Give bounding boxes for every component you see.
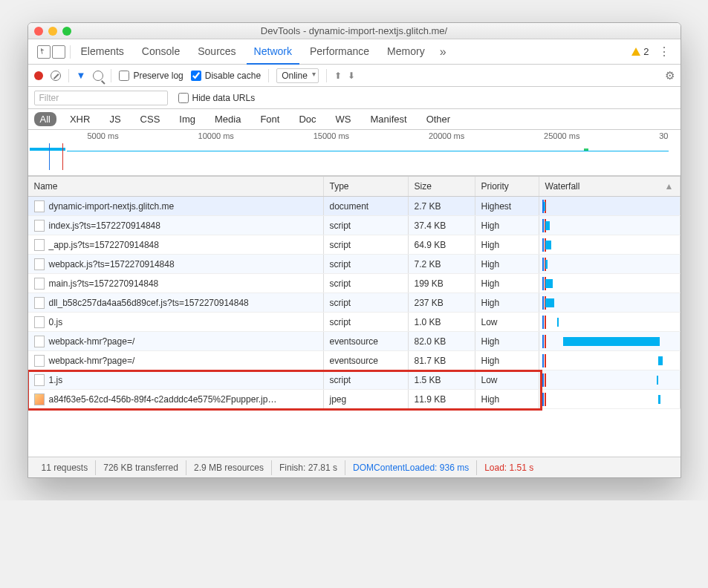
type-img[interactable]: Img [173, 112, 201, 126]
status-resources: 2.9 MB resources [186, 460, 272, 475]
tab-memory[interactable]: Memory [380, 39, 432, 65]
download-icon[interactable]: ⬇ [348, 71, 354, 81]
status-finish: Finish: 27.81 s [272, 460, 345, 475]
file-icon [34, 220, 45, 232]
type-media[interactable]: Media [209, 112, 247, 126]
cell-name: _app.js?ts=1572270914848 [28, 235, 324, 254]
col-priority[interactable]: Priority [475, 177, 539, 196]
panel-tabs: Elements Console Sources Network Perform… [28, 39, 681, 65]
search-icon[interactable] [93, 71, 103, 81]
status-bar: 11 requests 726 KB transferred 2.9 MB re… [28, 457, 681, 477]
tab-elements[interactable]: Elements [74, 39, 131, 65]
cell-waterfall [539, 274, 681, 293]
cell-waterfall [539, 332, 681, 350]
throttling-select[interactable]: Online [276, 68, 319, 83]
type-xhr[interactable]: XHR [64, 112, 96, 126]
record-icon[interactable] [34, 71, 43, 80]
type-css[interactable]: CSS [134, 112, 166, 126]
clear-icon[interactable] [51, 71, 61, 81]
table-body: dynamic-import-nextjs.glitch.medocument2… [28, 197, 681, 457]
tab-sources[interactable]: Sources [190, 39, 243, 65]
cell-name: 1.js [28, 370, 324, 389]
type-all[interactable]: All [34, 112, 56, 126]
col-waterfall[interactable]: Waterfall▲ [539, 177, 681, 196]
cell-type: script [324, 235, 409, 254]
filter-row: Filter Hide data URLs [28, 87, 681, 109]
warnings-badge[interactable]: 2 [631, 46, 649, 57]
file-icon [34, 316, 45, 328]
cell-size: 11.9 KB [409, 390, 475, 408]
table-row[interactable]: a84f63e5-62cd-456b-89f4-c2adddc4e575%2Fp… [28, 390, 681, 409]
table-row[interactable]: webpack-hmr?page=/eventsource81.7 KBHigh [28, 351, 681, 370]
table-row[interactable]: _app.js?ts=1572270914848script64.9 KBHig… [28, 235, 681, 255]
cell-type: script [324, 293, 409, 312]
table-row[interactable]: main.js?ts=1572270914848script199 KBHigh [28, 274, 681, 293]
inspect-element-icon[interactable] [37, 45, 51, 59]
gear-icon[interactable]: ⚙ [665, 69, 675, 82]
type-font[interactable]: Font [254, 112, 285, 126]
cell-name: dynamic-import-nextjs.glitch.me [28, 197, 324, 215]
tick: 25000 ms [544, 131, 579, 140]
tab-network[interactable]: Network [247, 39, 299, 65]
cell-priority: High [475, 255, 539, 273]
cell-waterfall [539, 235, 681, 254]
upload-icon[interactable]: ⬆ [334, 71, 340, 81]
cell-name: webpack-hmr?page=/ [28, 332, 324, 350]
table-row[interactable]: 1.jsscript1.5 KBLow [28, 370, 681, 390]
file-icon [34, 374, 45, 386]
status-requests: 11 requests [34, 460, 97, 475]
kebab-menu-icon[interactable]: ⋮ [652, 45, 676, 59]
col-name[interactable]: Name [28, 177, 324, 196]
cell-size: 237 KB [409, 293, 475, 312]
hide-data-urls-checkbox[interactable]: Hide data URLs [178, 93, 256, 103]
cell-name: a84f63e5-62cd-456b-89f4-c2adddc4e575%2Fp… [28, 390, 324, 408]
device-toolbar-icon[interactable] [52, 45, 65, 59]
cell-priority: High [475, 332, 539, 350]
table-row[interactable]: index.js?ts=1572270914848script37.4 KBHi… [28, 216, 681, 235]
filter-input[interactable]: Filter [34, 91, 168, 105]
file-icon [34, 239, 45, 251]
disable-cache-checkbox[interactable]: Disable cache [191, 71, 261, 81]
type-js[interactable]: JS [103, 112, 126, 126]
cell-waterfall [539, 390, 681, 408]
preserve-log-checkbox[interactable]: Preserve log [119, 71, 183, 81]
cell-size: 37.4 KB [409, 216, 475, 235]
col-size[interactable]: Size [409, 177, 475, 196]
tab-performance[interactable]: Performance [302, 39, 377, 65]
table-row[interactable]: dynamic-import-nextjs.glitch.medocument2… [28, 197, 681, 216]
cell-name: main.js?ts=1572270914848 [28, 274, 324, 293]
table-row[interactable]: webpack-hmr?page=/eventsource82.0 KBHigh [28, 332, 681, 351]
titlebar: DevTools - dynamic-import-nextjs.glitch.… [28, 23, 681, 39]
cell-waterfall [539, 351, 681, 370]
cell-size: 1.5 KB [409, 370, 475, 389]
type-manifest[interactable]: Manifest [365, 112, 413, 126]
cell-size: 1.0 KB [409, 313, 475, 331]
file-icon [34, 258, 45, 270]
cell-priority: High [475, 274, 539, 293]
tick: 20000 ms [429, 131, 464, 140]
cell-priority: Low [475, 370, 539, 389]
col-type[interactable]: Type [324, 177, 409, 196]
cell-priority: High [475, 216, 539, 235]
status-load: Load: 1.51 s [477, 460, 541, 475]
table-row[interactable]: 0.jsscript1.0 KBLow [28, 313, 681, 332]
type-doc[interactable]: Doc [293, 112, 322, 126]
type-other[interactable]: Other [420, 112, 457, 126]
timeline-overview[interactable]: 5000 ms 10000 ms 15000 ms 20000 ms 25000… [28, 130, 681, 176]
cell-waterfall [539, 255, 681, 273]
tick: 5000 ms [88, 131, 119, 140]
table-row[interactable]: dll_b58c257da4aa56d89cef.js?ts=157227091… [28, 293, 681, 313]
table-row[interactable]: webpack.js?ts=1572270914848script7.2 KBH… [28, 255, 681, 274]
type-ws[interactable]: WS [330, 112, 357, 126]
cell-type: script [324, 370, 409, 389]
table-header: Name Type Size Priority Waterfall▲ [28, 176, 681, 197]
tab-console[interactable]: Console [134, 39, 187, 65]
filter-icon[interactable]: ▼ [77, 70, 86, 81]
more-tabs-icon[interactable]: » [435, 45, 451, 59]
status-transferred: 726 KB transferred [96, 460, 186, 475]
cell-type: eventsource [324, 351, 409, 370]
cell-type: script [324, 274, 409, 293]
network-toolbar: ▼ Preserve log Disable cache Online ⬆ ⬇ … [28, 65, 681, 87]
cell-name: webpack.js?ts=1572270914848 [28, 255, 324, 273]
file-icon [34, 355, 45, 367]
